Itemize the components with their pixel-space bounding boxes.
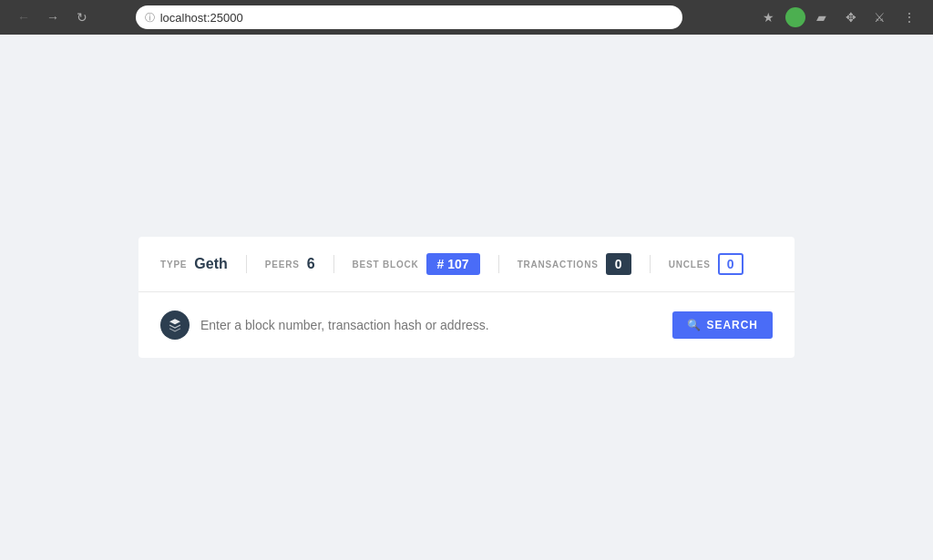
puzzle-button[interactable]: ✥ bbox=[838, 5, 864, 30]
back-button[interactable]: ← bbox=[11, 5, 36, 30]
main-card: TYPE Geth PEERS 6 BEST BLOCK # 107 TRANS… bbox=[138, 237, 795, 358]
search-section: 🔍 SEARCH bbox=[138, 292, 795, 358]
logo-icon bbox=[167, 317, 183, 333]
search-button[interactable]: 🔍 SEARCH bbox=[672, 311, 773, 339]
search-button-label: SEARCH bbox=[707, 319, 758, 331]
separator-3 bbox=[498, 255, 499, 273]
transactions-stat: TRANSACTIONS 0 bbox=[518, 253, 631, 275]
bookmark-button[interactable]: ★ bbox=[756, 5, 782, 30]
forward-button[interactable]: → bbox=[40, 5, 66, 30]
app-logo bbox=[160, 311, 190, 340]
peers-value: 6 bbox=[307, 256, 315, 272]
browser-actions: ★ ▰ ✥ ⚔ ⋮ bbox=[756, 5, 922, 30]
best-block-badge: # 107 bbox=[426, 253, 480, 275]
address-bar[interactable]: ⓘ localhost:25000 bbox=[136, 5, 682, 29]
menu-button[interactable]: ⋮ bbox=[897, 5, 922, 30]
peers-label: PEERS bbox=[265, 260, 300, 270]
uncles-label: UNCLES bbox=[669, 260, 711, 270]
uncles-stat: UNCLES 0 bbox=[669, 253, 743, 275]
extensions-button[interactable]: ▰ bbox=[809, 5, 835, 30]
separator-1 bbox=[246, 255, 247, 273]
stats-bar: TYPE Geth PEERS 6 BEST BLOCK # 107 TRANS… bbox=[138, 237, 795, 292]
best-block-stat: BEST BLOCK # 107 bbox=[353, 253, 480, 275]
separator-4 bbox=[650, 255, 651, 273]
nav-buttons: ← → ↻ bbox=[11, 5, 95, 30]
uncles-badge: 0 bbox=[718, 253, 743, 275]
peers-stat: PEERS 6 bbox=[265, 256, 315, 272]
type-label: TYPE bbox=[160, 260, 187, 270]
search-icon: 🔍 bbox=[687, 319, 702, 331]
url-text: localhost:25000 bbox=[160, 11, 673, 25]
best-block-label: BEST BLOCK bbox=[353, 260, 419, 270]
browser-chrome: ← → ↻ ⓘ localhost:25000 ★ ▰ ✥ ⚔ ⋮ bbox=[0, 0, 933, 35]
profile-avatar[interactable] bbox=[785, 7, 805, 27]
type-stat: TYPE Geth bbox=[160, 256, 228, 272]
separator-2 bbox=[333, 255, 334, 273]
reload-button[interactable]: ↻ bbox=[69, 5, 95, 30]
page-content: TYPE Geth PEERS 6 BEST BLOCK # 107 TRANS… bbox=[0, 35, 933, 560]
security-icon: ⓘ bbox=[145, 11, 155, 25]
type-value: Geth bbox=[194, 256, 227, 272]
user-button[interactable]: ⚔ bbox=[867, 5, 893, 30]
transactions-label: TRANSACTIONS bbox=[518, 260, 599, 270]
transactions-badge: 0 bbox=[606, 253, 631, 275]
search-input[interactable] bbox=[200, 318, 661, 332]
